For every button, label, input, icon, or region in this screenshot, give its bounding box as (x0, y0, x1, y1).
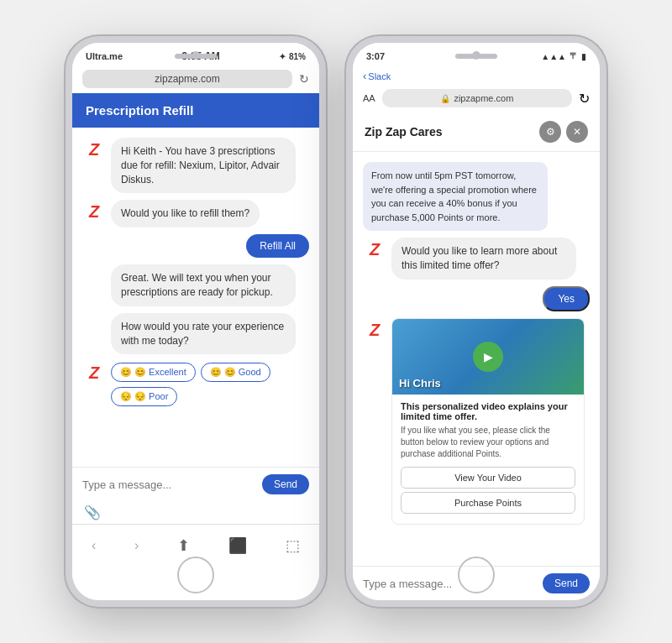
bluetooth-icon: ✦ (279, 52, 286, 61)
close-button[interactable]: ✕ (566, 121, 588, 143)
attachment-area: 📎 (72, 501, 319, 524)
promo-text: From now until 5pm PST tomorrow, we're o… (371, 170, 537, 222)
header-icons: ⚙ ✕ (539, 121, 588, 143)
bubble-2: Would you like to refill them? (111, 200, 260, 227)
settings-button[interactable]: ⚙ (539, 121, 561, 143)
signal-icon: ▲▲▲ (541, 52, 566, 61)
wifi-icon: 〒 (570, 50, 578, 62)
limited-offer-bubble: Would you like to learn more about this … (391, 238, 576, 280)
msg-text-4: How would you rate your experience with … (121, 321, 284, 347)
promo-message-row: From now until 5pm PST tomorrow, we're o… (363, 162, 590, 231)
url-bar-1[interactable]: zipzapme.com (82, 70, 292, 88)
message-row-3: Refill All (82, 234, 309, 258)
camera-2 (472, 51, 480, 60)
chat-title-2: Zip Zap Cares (365, 125, 443, 139)
send-button-1[interactable]: Send (262, 474, 309, 494)
url-bar-2[interactable]: 🔒 zipzapme.com (382, 89, 572, 107)
reload-icon-1[interactable]: ↻ (299, 72, 309, 86)
chat-area-2: From now until 5pm PST tomorrow, we're o… (353, 152, 600, 566)
bot-avatar-5: Z (82, 361, 106, 384)
bubble-3: Great. We will text you when your prescr… (111, 264, 296, 306)
tabs-nav-button[interactable]: ⬚ (276, 533, 310, 558)
message-row-5: How would you rate your experience with … (82, 313, 309, 355)
battery-text: 81% (289, 52, 306, 61)
z-logo-5: Z (89, 363, 99, 383)
message-input-1[interactable] (82, 478, 255, 491)
hi-chris-text: Hi Chris (399, 377, 441, 389)
msg-text-3: Great. We will text you when your prescr… (121, 272, 273, 298)
video-card-bold: This personalized video explains your li… (401, 401, 575, 421)
status-icons: ✦ 81% (279, 52, 306, 61)
limited-offer-row: Z Would you like to learn more about thi… (363, 238, 590, 280)
bot-avatar-3 (82, 264, 106, 288)
message-row-4: Great. We will text you when your prescr… (82, 264, 309, 306)
camera (192, 51, 200, 60)
scene: Ultra.me 8:35 AM ✦ 81% zipzapme.com ↻ Pr… (0, 0, 672, 643)
chat-header-1: Prescription Refill (72, 93, 319, 128)
back-nav-button[interactable]: ‹ (81, 535, 106, 557)
url-text-1: zipzapme.com (155, 73, 219, 85)
video-card-row: Z ▶ Hi Chris This personalized video exp… (363, 318, 590, 525)
chat-header-2: Zip Zap Cares ⚙ ✕ (353, 112, 600, 152)
address-bar-2: AA 🔒 zipzapme.com ↻ (353, 86, 600, 112)
promo-bubble: From now until 5pm PST tomorrow, we're o… (363, 162, 548, 231)
view-video-button[interactable]: View Your Video (401, 467, 575, 489)
chat-title-1: Prescription Refill (86, 103, 193, 118)
video-thumbnail: ▶ Hi Chris (392, 319, 584, 395)
send-button-2[interactable]: Send (543, 573, 590, 593)
yes-button[interactable]: Yes (543, 286, 590, 312)
limited-offer-text: Would you like to learn more about this … (402, 245, 557, 271)
phone-1: Ultra.me 8:35 AM ✦ 81% zipzapme.com ↻ Pr… (66, 36, 326, 607)
purchase-points-button[interactable]: Purchase Points (401, 492, 575, 514)
z-logo-p2-2: Z (370, 321, 380, 340)
input-area-1: Send (72, 467, 319, 501)
bot-avatar-p2-2: Z (363, 318, 386, 342)
refill-all-button[interactable]: Refill All (246, 234, 309, 258)
z-logo-1: Z (89, 140, 99, 159)
yes-row: Yes (363, 286, 590, 312)
carrier-text: Ultra.me (86, 51, 123, 61)
slack-nav: ‹ Slack (353, 66, 600, 86)
battery-icon-2: ▮ (581, 52, 586, 61)
url-text-2: zipzapme.com (454, 93, 513, 103)
bot-avatar-4 (82, 313, 106, 337)
z-logo-2: Z (89, 202, 99, 222)
aa-label[interactable]: AA (363, 93, 375, 103)
bubble-4: How would you rate your experience with … (111, 313, 296, 355)
message-input-2[interactable] (363, 578, 536, 590)
address-bar-1: zipzapme.com ↻ (72, 66, 319, 93)
forward-nav-button[interactable]: › (124, 535, 149, 557)
home-button-1[interactable] (177, 557, 214, 593)
chat-area-1: Z Hi Keith - You have 3 prescriptions du… (72, 128, 319, 467)
bot-avatar-1: Z (82, 138, 106, 161)
bookmarks-nav-button[interactable]: ⬛ (218, 533, 257, 558)
video-card-body: This personalized video explains your li… (392, 395, 584, 524)
bubble-1: Hi Keith - You have 3 prescriptions due … (111, 138, 296, 193)
time-text-2: 3:07 (366, 51, 385, 61)
home-button-2[interactable] (458, 557, 495, 593)
msg-text-1: Hi Keith - You have 3 prescriptions due … (121, 145, 280, 186)
rating-poor[interactable]: 😔 😔 Poor (111, 387, 177, 406)
rating-good[interactable]: 😊 😊 Good (201, 363, 270, 382)
message-row-6: Z 😊 😊 Excellent 😊 😊 Good 😔 😔 Poor (82, 361, 309, 406)
rating-excellent[interactable]: 😊 😊 Excellent (111, 363, 196, 382)
message-row-2: Z Would you like to refill them? (82, 200, 309, 227)
status-icons-2: ▲▲▲ 〒 ▮ (541, 50, 586, 62)
phone-2: 3:07 ▲▲▲ 〒 ▮ ‹ Slack AA 🔒 zipzapme.com ↻… (346, 36, 606, 607)
message-row-1: Z Hi Keith - You have 3 prescriptions du… (82, 138, 309, 193)
slack-label[interactable]: Slack (368, 71, 391, 81)
video-card-small: If you like what you see, please click t… (401, 425, 575, 460)
rating-row: 😊 😊 Excellent 😊 😊 Good 😔 😔 Poor (111, 363, 309, 406)
back-arrow-icon: ‹ (363, 70, 366, 82)
z-logo-p2-1: Z (370, 240, 380, 259)
bot-avatar-2: Z (82, 200, 106, 223)
attach-icon[interactable]: 📎 (84, 505, 101, 520)
lock-icon: 🔒 (440, 94, 450, 103)
share-nav-button[interactable]: ⬆ (167, 533, 200, 558)
msg-text-2: Would you like to refill them? (121, 207, 249, 219)
play-button[interactable]: ▶ (473, 342, 503, 372)
bot-avatar-p2-1: Z (363, 238, 386, 261)
reload-icon-2[interactable]: ↻ (579, 91, 590, 107)
video-card: ▶ Hi Chris This personalized video expla… (391, 318, 585, 525)
